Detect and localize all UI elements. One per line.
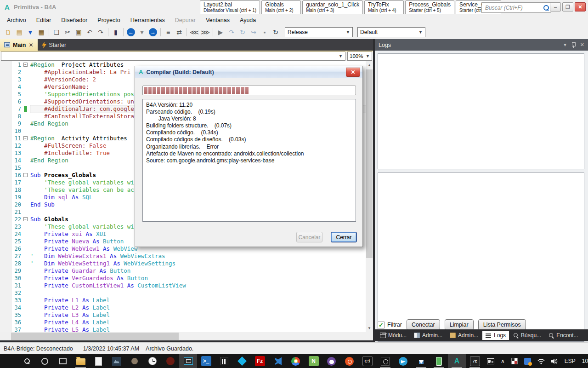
fold-toggle-icon[interactable]: − (23, 63, 28, 67)
menu-ayuda[interactable]: Ayuda (235, 16, 261, 25)
undo-icon[interactable]: ↶ (85, 27, 95, 37)
save-icon[interactable]: ▼ (25, 27, 35, 37)
restore-button[interactable]: ❐ (562, 2, 573, 12)
breakpoint-margin[interactable] (0, 69, 12, 76)
dock-tab-logs[interactable]: Logs (482, 331, 509, 340)
menu-depurar[interactable]: Depurar (170, 16, 201, 25)
zoom-selector[interactable]: 100%▼ (347, 52, 372, 61)
disc-burner-icon[interactable] (161, 354, 179, 368)
news-widget-icon[interactable] (487, 358, 494, 364)
search-icon[interactable] (18, 354, 36, 368)
vm-tray-icon[interactable] (511, 358, 518, 364)
code-line-28[interactable]: 28' Dim WebViewSetting1 As WebViewSettin… (0, 260, 366, 267)
menu-herramientas[interactable]: Herramientas (125, 16, 170, 25)
close-tab-icon[interactable]: ✕ (28, 42, 33, 48)
step-into-icon[interactable]: ↷ (226, 27, 237, 37)
menu-archivo[interactable]: Archivo (2, 16, 31, 25)
scroll-up-icon[interactable]: ▲ (366, 61, 373, 69)
breakpoint-margin[interactable] (0, 135, 12, 142)
cmd-icon[interactable]: C:\ (358, 354, 376, 368)
horizontal-scrollbar[interactable] (0, 332, 366, 340)
quick-tab-globals[interactable]: GlobalsMain (ctrl + 2) (261, 0, 301, 14)
run-icon[interactable]: ▶ (215, 27, 226, 37)
export-package-icon[interactable]: ▦ (36, 27, 46, 37)
minimize-button[interactable]: – (550, 2, 561, 12)
filezilla-icon[interactable]: Fz (251, 354, 269, 368)
media-player-icon[interactable] (179, 354, 197, 368)
breakpoint-margin[interactable] (0, 245, 12, 253)
breakpoint-margin[interactable] (0, 326, 12, 332)
menu-editar[interactable]: Editar (31, 16, 57, 25)
clock-app-icon[interactable] (143, 354, 161, 368)
vertical-scrollbar[interactable]: ▲ ▼ (366, 61, 373, 332)
breakpoint-margin[interactable] (0, 120, 12, 127)
gadget-icon[interactable] (125, 354, 143, 368)
dialog-title-bar[interactable]: A Compilar (Build: Default) (135, 66, 362, 78)
bookmark-icon[interactable]: ▮ (111, 27, 121, 37)
breakpoint-margin[interactable] (0, 83, 12, 91)
breakpoint-margin[interactable] (0, 98, 12, 105)
menu-diseñador[interactable]: Diseñador (56, 16, 92, 25)
notepad-plus-icon[interactable]: N (305, 354, 322, 368)
breakpoint-margin[interactable] (0, 216, 12, 223)
close-button[interactable]: ✕ (575, 2, 586, 12)
open-file-icon[interactable]: ▤ (14, 27, 24, 37)
telegram-icon[interactable] (394, 354, 412, 368)
copy-icon[interactable]: ❏ (51, 27, 62, 37)
breakpoint-margin[interactable] (0, 157, 12, 164)
cerrar-button[interactable]: Cerrar (331, 232, 357, 242)
breakpoint-margin[interactable] (0, 76, 12, 83)
chrome-icon[interactable] (287, 354, 305, 368)
dialog-close-button[interactable]: ✕ (346, 68, 360, 77)
search-input[interactable]: Buscar (Ctrl+F) (481, 2, 551, 13)
code-line-27[interactable]: 27' Dim WebViewExtras1 As WebViewExtras (0, 253, 366, 260)
pin-icon[interactable] (571, 42, 576, 48)
volume-icon[interactable] (551, 358, 558, 364)
permissions-list-button[interactable]: Lista Permisos (478, 319, 526, 330)
code-line-33[interactable]: 33 Private L1 As Label (0, 297, 366, 304)
restart-icon[interactable]: ↻ (271, 27, 281, 37)
code-line-31[interactable]: 31 Private CustomListView1 As CustomList… (0, 282, 366, 289)
menu-ventanas[interactable]: Ventanas (201, 16, 235, 25)
outdent-icon[interactable]: ⋘ (189, 27, 199, 37)
breakpoint-margin[interactable] (0, 142, 12, 150)
cortana-icon[interactable] (36, 354, 54, 368)
module-selector[interactable]: ▼ (1, 52, 345, 61)
tab-main[interactable]: Main ✕ (0, 39, 38, 51)
dock-tab-módu[interactable]: Módu... (377, 331, 410, 340)
b4a-icon[interactable]: A (448, 354, 466, 368)
new-file-icon[interactable]: 🗋 (3, 27, 13, 37)
start-button[interactable] (0, 354, 18, 368)
github-icon[interactable] (322, 354, 340, 368)
build-mode-select[interactable]: Default▼ (357, 27, 425, 37)
quick-tab-process_globals[interactable]: Process_GlobalsStarter (ctrl + 5) (405, 0, 454, 14)
code-line-30[interactable]: 30 Private VerGuardados As Button (0, 275, 366, 282)
quick-tab-layout2.bal[interactable]: Layout2.balDiseñador Visual (ctrl + 1) (200, 0, 260, 14)
code-line-29[interactable]: 29 Private Guardar As Button (0, 267, 366, 275)
breakpoint-margin[interactable] (0, 194, 12, 201)
navigate-forward-icon[interactable]: → (149, 28, 157, 36)
scrcpy-icon[interactable] (430, 354, 448, 368)
breakpoint-margin[interactable] (0, 186, 12, 194)
dock-tab-búsqu[interactable]: Búsqu... (510, 331, 544, 340)
panel-menu-icon[interactable]: ▾ (564, 42, 566, 48)
comment-icon[interactable]: ≡ (163, 27, 173, 37)
ubuntu-icon[interactable] (340, 354, 358, 368)
menu-proyecto[interactable]: Proyecto (92, 16, 125, 25)
night-clock-icon[interactable] (376, 354, 394, 368)
back-dropdown-icon[interactable]: ▾ (137, 27, 147, 37)
breakpoint-margin[interactable] (0, 289, 12, 297)
breakpoint-margin[interactable] (0, 201, 12, 208)
breakpoint-margin[interactable] (0, 311, 12, 319)
video-editor-icon[interactable] (215, 354, 233, 368)
breakpoint-margin[interactable] (0, 150, 12, 157)
fold-toggle-icon[interactable]: − (23, 173, 28, 177)
scroll-down-icon[interactable]: ▼ (366, 324, 373, 332)
task-view-icon[interactable] (54, 354, 72, 368)
language-indicator[interactable]: ESP (565, 358, 576, 364)
step-over-icon[interactable]: ↻ (237, 27, 248, 37)
fold-toggle-icon[interactable]: − (23, 136, 28, 140)
breakpoint-margin[interactable] (0, 172, 12, 179)
code-line-32[interactable]: 32 (0, 289, 366, 297)
uncomment-icon[interactable]: ⇄ (174, 27, 184, 37)
